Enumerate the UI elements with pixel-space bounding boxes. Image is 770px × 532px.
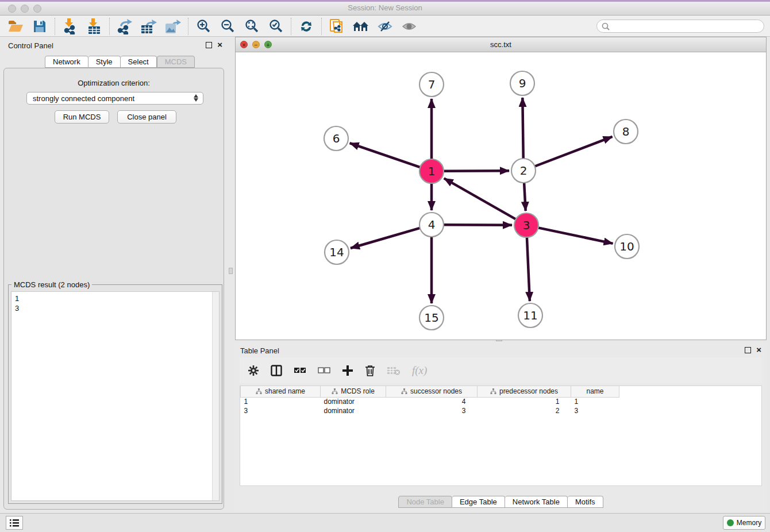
close-panel-button[interactable]: Close panel	[117, 110, 176, 124]
sort-hierarchy-icon	[332, 388, 338, 395]
control-panel-tabs: NetworkStyleSelectMCDS	[45, 56, 195, 68]
cell-successor-nodes[interactable]: 3	[386, 406, 478, 415]
close-panel-icon[interactable]: ×	[217, 40, 222, 49]
home-view-icon[interactable]	[349, 17, 373, 36]
cell-mcds-role[interactable]: dominator	[321, 406, 386, 415]
save-session-icon[interactable]	[28, 17, 52, 36]
zoom-in-icon[interactable]	[191, 17, 215, 36]
cell-name[interactable]: 1	[571, 397, 619, 406]
zoom-out-icon[interactable]	[215, 17, 240, 36]
table-tab-edge-table[interactable]: Edge Table	[452, 496, 505, 508]
edge-1-2[interactable]	[444, 171, 509, 171]
column-header-successor-nodes[interactable]: successor nodes	[386, 386, 478, 397]
edge-2-8[interactable]	[535, 137, 613, 167]
toolbar-separator	[55, 18, 55, 35]
node-9[interactable]: 9	[510, 71, 534, 95]
cell-predecessor-nodes[interactable]: 2	[478, 406, 571, 415]
node-label: 14	[329, 245, 344, 259]
import-table-icon[interactable]	[82, 17, 106, 36]
cell-mcds-role[interactable]: dominator	[321, 397, 386, 406]
node-3-dominator[interactable]: 3	[514, 213, 538, 237]
cell-name[interactable]: 3	[571, 406, 619, 415]
show-all-eye-icon[interactable]	[397, 17, 421, 36]
node-table-header: shared nameMCDS rolesuccessor nodesprede…	[241, 386, 626, 397]
titlebar-accent-strip	[0, 0, 770, 2]
tab-mcds[interactable]: MCDS	[157, 56, 195, 68]
run-mcds-button[interactable]: Run MCDS	[55, 110, 109, 124]
tab-network[interactable]: Network	[45, 56, 88, 68]
node-6[interactable]: 6	[324, 126, 348, 151]
vertical-splitter-handle[interactable]	[229, 268, 233, 274]
mcds-result-legend: MCDS result (2 nodes)	[11, 280, 92, 289]
gear-icon[interactable]	[248, 365, 259, 376]
criterion-dropdown[interactable]: strongly connected component	[26, 92, 203, 105]
edge-2-9[interactable]	[522, 98, 523, 159]
memory-status-icon	[727, 519, 734, 526]
zoom-selected-icon[interactable]	[264, 17, 288, 36]
node-10[interactable]: 10	[615, 234, 639, 259]
search-input[interactable]	[613, 22, 764, 30]
add-row-icon[interactable]	[342, 365, 353, 376]
edge-3-10[interactable]	[538, 228, 613, 243]
node-7[interactable]: 7	[419, 72, 444, 97]
table-tab-motifs[interactable]: Motifs	[568, 496, 603, 508]
column-header-shared-name[interactable]: shared name	[241, 386, 321, 397]
float-panel-icon[interactable]	[745, 347, 751, 353]
deselect-all-icon[interactable]	[318, 367, 330, 375]
task-history-button[interactable]	[6, 516, 23, 530]
table-tab-network-table[interactable]: Network Table	[505, 496, 568, 508]
node-4[interactable]: 4	[419, 213, 444, 237]
node-15[interactable]: 15	[419, 306, 444, 330]
zoom-fit-icon[interactable]	[240, 17, 264, 36]
node-2[interactable]: 2	[511, 159, 536, 183]
window-title: Session: New Session	[0, 3, 770, 12]
dropdown-stepper-icon	[194, 94, 198, 102]
search-field[interactable]	[596, 20, 764, 33]
table-row[interactable]: 1dominator411	[241, 397, 626, 406]
hide-selected-eye-icon[interactable]	[373, 17, 397, 36]
column-label: shared name	[265, 387, 305, 395]
column-header-predecessor-nodes[interactable]: predecessor nodes	[478, 386, 571, 397]
control-panel-title: Control Panel	[8, 41, 53, 50]
import-network-icon[interactable]	[58, 17, 82, 36]
table-tab-node-table[interactable]: Node Table	[398, 496, 452, 508]
delete-icon[interactable]	[365, 365, 375, 376]
clone-network-icon[interactable]	[325, 17, 349, 36]
export-image-icon[interactable]	[161, 17, 185, 36]
table-row[interactable]: 3dominator323	[241, 406, 626, 415]
network-canvas[interactable]: 7968124314101511	[236, 52, 766, 340]
edge-4-14[interactable]	[351, 228, 420, 248]
cell-predecessor-nodes[interactable]: 1	[478, 397, 571, 406]
refresh-icon[interactable]	[294, 17, 318, 36]
cell-shared-name[interactable]: 3	[241, 406, 321, 415]
edge-2-3[interactable]	[524, 183, 526, 211]
cell-shared-name[interactable]: 1	[241, 397, 321, 406]
memory-label: Memory	[737, 519, 761, 527]
export-table-icon[interactable]	[137, 17, 161, 36]
column-header-name[interactable]: name	[571, 386, 619, 397]
export-network-icon[interactable]	[113, 17, 137, 36]
tab-select[interactable]: Select	[121, 56, 157, 68]
node-8[interactable]: 8	[614, 119, 638, 144]
edge-4-3[interactable]	[444, 225, 512, 225]
node-label: 10	[619, 240, 634, 253]
node-1-dominator[interactable]: 1	[419, 159, 444, 183]
show-columns-icon[interactable]	[271, 365, 282, 376]
result-scrollbar[interactable]	[212, 292, 219, 500]
open-file-icon[interactable]	[3, 17, 28, 36]
edge-3-1[interactable]	[444, 178, 516, 219]
select-all-icon[interactable]	[294, 367, 306, 375]
close-panel-icon[interactable]: ×	[756, 345, 761, 354]
memory-button[interactable]: Memory	[723, 516, 765, 530]
result-line: 3	[15, 303, 215, 313]
mcds-result-textarea[interactable]: 13	[11, 291, 220, 501]
tab-style[interactable]: Style	[88, 56, 121, 68]
node-14[interactable]: 14	[325, 240, 349, 264]
edge-3-11[interactable]	[527, 237, 530, 301]
node-11[interactable]: 11	[518, 303, 542, 327]
float-panel-icon[interactable]	[206, 42, 212, 48]
column-header-mcds-role[interactable]: MCDS role	[321, 386, 386, 397]
network-window-titlebar[interactable]: × − + scc.txt	[236, 37, 766, 52]
cell-successor-nodes[interactable]: 4	[386, 397, 478, 406]
edge-1-6[interactable]	[350, 143, 420, 167]
